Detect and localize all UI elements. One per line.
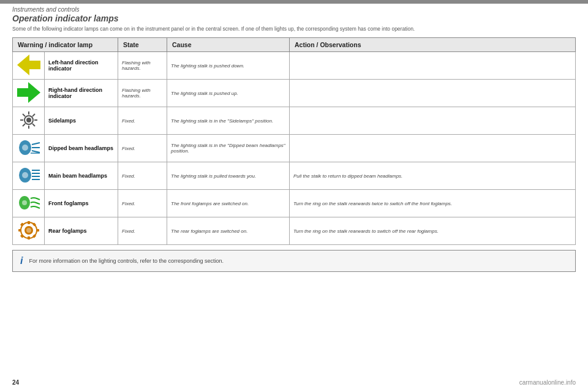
lamp-cause: The lighting stalk is pulled towards you… xyxy=(167,162,290,190)
lamp-action xyxy=(290,80,576,107)
table-row: Left-hand direction indicator Flashing w… xyxy=(13,52,576,80)
table-row: Front foglamps Fixed. The front foglamps… xyxy=(13,190,576,217)
lamp-action xyxy=(290,52,576,80)
svg-rect-34 xyxy=(20,234,23,238)
lamp-state: Flashing with hazards. xyxy=(118,80,167,107)
section-header: Instruments and controls xyxy=(12,6,80,13)
svg-rect-31 xyxy=(36,229,39,232)
col-action: Action / Observations xyxy=(290,38,576,52)
lamp-action: Pull the stalk to return to dipped beam … xyxy=(290,162,576,190)
icon-cell xyxy=(13,52,45,80)
table-row: Main beam headlamps Fixed. The lighting … xyxy=(13,162,576,190)
icon-cell xyxy=(13,80,45,107)
svg-line-8 xyxy=(32,124,35,126)
svg-rect-29 xyxy=(28,236,30,239)
main-content: Operation indicator lamps Some of the fo… xyxy=(12,13,576,374)
lamp-state: Fixed. xyxy=(118,107,167,135)
svg-rect-30 xyxy=(18,229,21,232)
svg-rect-32 xyxy=(20,222,23,226)
lamp-action xyxy=(290,135,576,162)
lamp-cause: The lighting stalk is pushed up. xyxy=(167,80,290,107)
col-icon: Warning / indicator lamp xyxy=(13,38,118,52)
page-number: 24 xyxy=(12,379,19,386)
lamp-name: Right-hand direction indicator xyxy=(45,80,118,107)
svg-line-16 xyxy=(32,151,40,153)
header-bar xyxy=(0,0,588,4)
lamp-action: Turn the ring on the stalk rearwards to … xyxy=(290,217,576,245)
svg-rect-28 xyxy=(28,221,30,224)
lamp-name: Main beam headlamps xyxy=(45,162,118,190)
lamp-cause: The lighting stalk is in the "Sidelamps"… xyxy=(167,107,290,135)
lamp-cause: The lighting stalk is in the "Dipped bea… xyxy=(167,135,290,162)
lamp-cause: The lighting stalk is pushed down. xyxy=(167,52,290,80)
svg-marker-0 xyxy=(17,55,40,75)
svg-point-36 xyxy=(26,228,31,233)
front-foglamps-icon xyxy=(17,192,40,213)
icon-cell xyxy=(13,217,45,245)
lamp-action: Turn the ring on the stalk rearwards twi… xyxy=(290,190,576,217)
section-description: Some of the following indicator lamps ca… xyxy=(12,26,576,32)
info-icon: i xyxy=(20,255,23,266)
col-state: State xyxy=(118,38,167,52)
col-cause: Cause xyxy=(167,38,290,52)
info-text: For more information on the lighting con… xyxy=(29,258,224,264)
svg-line-7 xyxy=(23,114,25,116)
lamp-cause: The front foglamps are switched on. xyxy=(167,190,290,217)
indicator-table: Warning / indicator lamp State Cause Act… xyxy=(12,37,576,245)
lamp-name: Left-hand direction indicator xyxy=(45,52,118,80)
lamp-state: Fixed. xyxy=(118,217,167,245)
svg-line-10 xyxy=(23,124,25,126)
table-row: Right-hand direction indicator Flashing … xyxy=(13,80,576,107)
main-beam-icon xyxy=(17,165,40,186)
page-title: Operation indicator lamps xyxy=(12,13,576,23)
left-arrow-icon xyxy=(17,55,40,75)
lamp-state: Fixed. xyxy=(118,162,167,190)
section-title-label: Instruments and controls xyxy=(12,6,80,13)
svg-point-13 xyxy=(22,145,28,151)
sidelamps-icon xyxy=(17,110,40,130)
icon-cell xyxy=(13,135,45,162)
svg-point-19 xyxy=(22,172,28,178)
table-row: Rear foglamps Fixed. The rear foglamps a… xyxy=(13,217,576,245)
icon-cell xyxy=(13,162,45,190)
rear-foglamps-icon xyxy=(17,220,40,241)
lamp-name: Rear foglamps xyxy=(45,217,118,245)
lamp-cause: The rear foglamps are switched on. xyxy=(167,217,290,245)
svg-marker-1 xyxy=(17,82,40,103)
lamp-state: Fixed. xyxy=(118,135,167,162)
lamp-name: Dipped beam headlamps xyxy=(45,135,118,162)
watermark: carmanualonline.info xyxy=(519,379,576,386)
lamp-action xyxy=(290,107,576,135)
right-arrow-icon xyxy=(17,82,40,103)
lamp-name: Front foglamps xyxy=(45,190,118,217)
table-row: Sidelamps Fixed. The lighting stalk is i… xyxy=(13,107,576,135)
svg-point-25 xyxy=(22,200,27,205)
lamp-state: Flashing with hazards. xyxy=(118,52,167,80)
icon-cell xyxy=(13,190,45,217)
svg-point-11 xyxy=(26,118,31,123)
svg-line-14 xyxy=(32,143,40,145)
lamp-state: Fixed. xyxy=(118,190,167,217)
dipped-beam-icon xyxy=(17,137,40,158)
lamp-name: Sidelamps xyxy=(45,107,118,135)
info-box: i For more information on the lighting c… xyxy=(12,250,576,272)
icon-cell xyxy=(13,107,45,135)
svg-line-9 xyxy=(32,114,35,116)
table-row: Dipped beam headlamps Fixed. The lightin… xyxy=(13,135,576,162)
